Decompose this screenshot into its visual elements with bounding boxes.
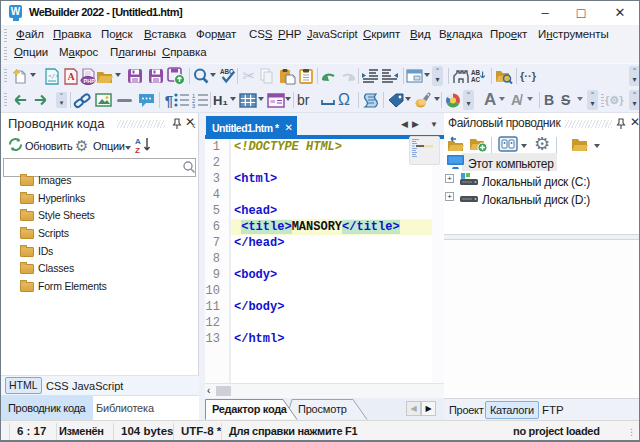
svg-text:A: A bbox=[135, 137, 141, 146]
svg-text:AB: AB bbox=[471, 69, 481, 76]
svg-text:AC: AC bbox=[471, 76, 481, 83]
svg-text:3: 3 bbox=[192, 103, 195, 109]
svg-text:A: A bbox=[68, 71, 76, 82]
svg-text:PHP: PHP bbox=[83, 77, 95, 83]
svg-text:Z: Z bbox=[135, 146, 140, 154]
svg-text:</>: </> bbox=[48, 72, 59, 79]
